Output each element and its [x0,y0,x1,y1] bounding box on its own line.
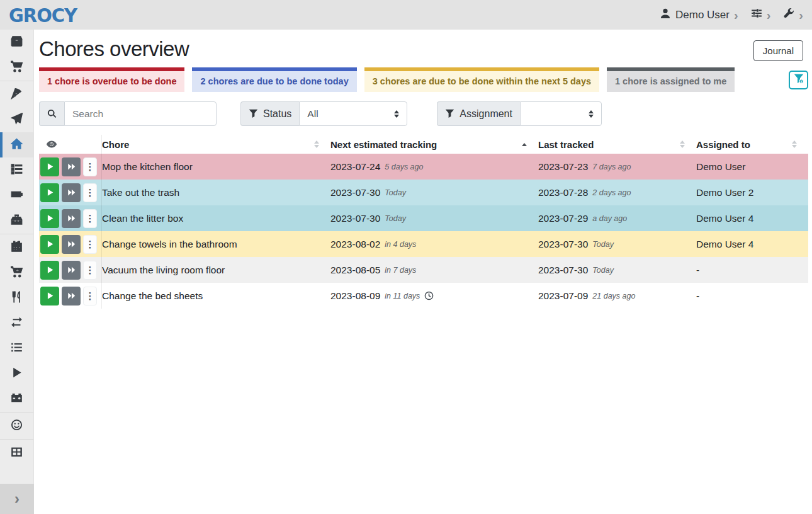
play-icon [46,214,54,222]
sidebar-item-consume[interactable] [0,285,33,311]
battery-icon [11,188,23,203]
assigned-user: Demo User [696,161,808,173]
sidebar-item-purchase[interactable] [0,260,33,285]
track-execution-button[interactable] [40,183,59,202]
sidebar-item-shopping-list[interactable] [0,55,33,80]
calendar-icon [11,241,23,255]
search-group [39,101,217,126]
last-relative: Today [592,240,614,249]
row-menu-button[interactable] [83,183,97,202]
skip-button[interactable] [62,235,81,254]
skip-button[interactable] [62,209,81,228]
play-icon [46,240,54,248]
chore-name[interactable]: Clean the litter box [102,213,330,224]
last-relative: Today [592,266,614,275]
assigned-user: - [696,290,808,302]
clear-filter-button[interactable] [789,71,808,89]
sidebar-item-userentity[interactable] [0,413,33,438]
play-icon [46,163,54,171]
next-relative: 5 days ago [385,163,423,171]
chore-name[interactable]: Change the bed sheets [102,290,330,302]
sort-asc-icon [522,143,527,146]
sidebar-item-tasks[interactable] [0,157,33,183]
paper-plane-icon [11,113,23,127]
last-date: 2023-07-09 [538,290,588,302]
chore-name[interactable]: Vacuum the living room floor [102,265,330,276]
sidebar-item-inventory[interactable] [0,336,33,361]
fast-forward-icon [67,292,76,300]
sidebar-divider [0,81,33,81]
sidebar-item-userobjects[interactable] [0,440,33,465]
sort-icon [314,140,319,148]
track-execution-button[interactable] [40,261,59,280]
next-date: 2023-07-30 [330,187,380,198]
row-menu-button[interactable] [83,287,97,306]
exchange-icon [11,316,23,331]
search-input[interactable] [64,101,217,126]
sidebar-item-batteries-overview[interactable] [0,183,33,208]
cart-plus-icon [11,266,23,280]
sidebar-item-battery-tracking[interactable] [0,386,33,411]
table-row: Take out the trash 2023-07-30Today 2023-… [39,180,808,205]
skip-button[interactable] [62,287,81,306]
sidebar-item-transfer[interactable] [0,311,33,336]
fast-forward-icon [67,188,76,197]
skip-button[interactable] [62,183,81,202]
visibility-column-header[interactable] [39,135,102,154]
next-date: 2023-08-09 [330,290,380,302]
due-soon-alert[interactable]: 3 chores are due to be done within the n… [364,67,599,92]
tasks-icon [11,163,23,178]
last-tracked-column-header[interactable]: Last tracked [538,135,696,154]
track-execution-button[interactable] [40,157,59,176]
sidebar-divider [0,234,33,234]
row-menu-button[interactable] [83,209,97,228]
track-execution-button[interactable] [40,287,59,306]
table-row: Change towels in the bathroom 2023-08-02… [39,231,808,257]
chore-name[interactable]: Mop the kitchen floor [102,161,330,173]
next-tracking-column-header[interactable]: Next estimated tracking [330,135,538,154]
main-content: Chores overview Journal 1 chore is overd… [34,0,812,309]
settings-menu[interactable] [751,8,771,22]
skip-button[interactable] [62,261,81,280]
chore-name[interactable]: Change towels in the bathroom [102,239,330,250]
sidebar-item-recipes[interactable] [0,82,33,107]
overdue-alert[interactable]: 1 chore is overdue to be done [39,67,184,92]
skip-button[interactable] [62,157,81,176]
select-caret-icon [394,110,399,118]
assignment-filter-group: Assignment [437,101,602,126]
row-menu-button[interactable] [83,157,97,176]
sidebar-item-calendar[interactable] [0,235,33,260]
assignment-select[interactable] [520,101,602,126]
sidebar-item-meal-plan[interactable] [0,107,33,132]
wrench-icon [783,8,794,22]
row-menu-button[interactable] [83,261,97,280]
assigned-to-column-header[interactable]: Assigned to [696,135,808,154]
sidebar-item-equipment[interactable] [0,208,33,233]
list-icon [11,341,23,356]
next-relative: Today [385,188,406,197]
sidebar-item-chores-overview[interactable] [0,132,33,157]
sidebar-collapse-toggle[interactable] [0,484,34,514]
track-execution-button[interactable] [40,235,59,254]
grocy-logo[interactable]: GROCY [9,4,77,26]
filter-icon [445,109,454,118]
due-today-alert[interactable]: 2 chores are due to be done today [192,67,356,92]
assigned-me-alert[interactable]: 1 chore is assigned to me [607,67,735,92]
user-menu[interactable]: Demo User [660,8,738,22]
fast-forward-icon [67,240,76,248]
sidebar-item-chore-tracking[interactable] [0,361,33,386]
last-date: 2023-07-29 [538,213,588,224]
sidebar-item-stock-overview[interactable] [0,30,33,55]
journal-button[interactable]: Journal [753,40,803,61]
user-icon [660,8,671,22]
row-menu-button[interactable] [83,235,97,254]
last-date: 2023-07-28 [538,187,588,198]
select-caret-icon [589,110,594,118]
admin-menu[interactable] [783,8,803,22]
status-filter-label-box: Status [240,101,299,126]
chore-column-header[interactable]: Chore [102,135,330,154]
track-execution-button[interactable] [40,209,59,228]
status-select[interactable]: All [299,101,407,126]
last-relative: 21 days ago [592,292,635,300]
chore-name[interactable]: Take out the trash [102,187,330,198]
